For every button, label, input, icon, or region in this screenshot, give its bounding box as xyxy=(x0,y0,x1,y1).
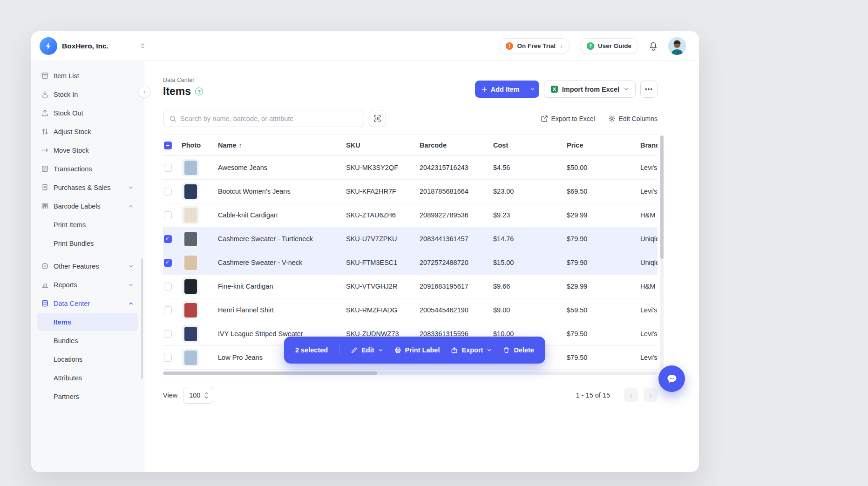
company-switcher-icon[interactable] xyxy=(139,42,146,49)
sidebar-item-label: Reports xyxy=(54,281,77,289)
item-barcode: 2072572488720 xyxy=(408,251,482,274)
delete-button[interactable]: Delete xyxy=(503,346,534,354)
row-checkbox[interactable] xyxy=(164,354,172,362)
sidebar-item-adjust-stock[interactable]: Adjust Stock xyxy=(37,122,138,141)
table-row[interactable]: Awesome Jeans SKU-MK3SY2QF 2042315716243… xyxy=(163,156,658,180)
table-row[interactable]: Henri Flannel Shirt SKU-RMZFIADG 2005445… xyxy=(163,298,658,322)
item-sku: SKU-FTM3ESC1 xyxy=(335,251,408,274)
table-row[interactable]: Cashmere Sweater - V-neck SKU-FTM3ESC1 2… xyxy=(163,251,658,275)
user-avatar[interactable] xyxy=(668,37,686,55)
item-name: Cashmere Sweater - V-neck xyxy=(210,251,335,274)
item-barcode: 2005445462190 xyxy=(408,298,482,322)
search-input[interactable] xyxy=(180,115,358,122)
print-label-button[interactable]: Print Label xyxy=(394,346,440,354)
row-checkbox[interactable] xyxy=(164,188,172,196)
sidebar-item-label: Print Bundles xyxy=(54,240,94,247)
row-checkbox[interactable] xyxy=(164,164,172,172)
sidebar-item-transactions[interactable]: Transactions xyxy=(37,160,138,178)
arrow-up-tray-icon xyxy=(41,109,49,117)
sidebar-item-attributes[interactable]: Attributes xyxy=(37,369,138,387)
sidebar-item-partners[interactable]: Partners xyxy=(37,387,138,405)
notifications-bell-icon[interactable] xyxy=(649,41,658,51)
plus-circle-icon xyxy=(41,262,49,270)
column-header-cost[interactable]: Cost xyxy=(482,135,556,155)
company-name: BoxHero, Inc. xyxy=(62,42,108,50)
sidebar-item-other-features[interactable]: Other Features xyxy=(37,257,138,275)
sidebar-item-bundles[interactable]: Bundles xyxy=(37,331,138,350)
sidebar-item-stock-out[interactable]: Stock Out xyxy=(37,104,138,122)
edit-button[interactable]: Edit xyxy=(351,346,383,354)
sidebar-item-label: Purchases & Sales xyxy=(54,184,111,191)
item-brand: Levi's xyxy=(629,298,658,322)
sidebar-item-reports[interactable]: Reports xyxy=(37,276,138,294)
item-brand: Levi's xyxy=(629,156,658,179)
table-horizontal-scrollbar[interactable] xyxy=(163,371,658,375)
table-row[interactable]: Fine-knit Cardigan SKU-VTVGHJ2R 20916831… xyxy=(163,275,658,298)
add-item-button[interactable]: Add Item xyxy=(475,81,539,98)
add-item-dropdown-button[interactable] xyxy=(526,81,539,98)
column-header-photo[interactable]: Photo xyxy=(182,135,210,155)
table-row[interactable]: Cable-knit Cardigan SKU-ZTAU6ZH6 2089922… xyxy=(163,203,658,227)
import-from-excel-button[interactable]: Import from Excel xyxy=(544,81,636,98)
item-name: Fine-knit Cardigan xyxy=(210,275,335,298)
chat-widget-button[interactable] xyxy=(658,365,685,392)
divider xyxy=(339,345,339,355)
row-checkbox[interactable] xyxy=(164,330,172,338)
sidebar-item-print-items[interactable]: Print Items xyxy=(37,216,138,234)
user-guide-button[interactable]: ? User Guide xyxy=(580,38,638,54)
item-name: Cashmere Sweater - Turtleneck xyxy=(210,227,335,250)
sidebar-item-purchases-sales[interactable]: Purchases & Sales xyxy=(37,178,138,196)
row-checkbox[interactable] xyxy=(164,259,172,267)
column-header-price[interactable]: Price xyxy=(556,135,629,155)
archive-box-icon xyxy=(41,72,49,80)
sidebar-item-move-stock[interactable]: Move Stock xyxy=(37,141,138,159)
sidebar-item-label: Print Items xyxy=(54,221,86,229)
table-vertical-scrollbar[interactable] xyxy=(660,135,664,368)
sidebar-item-items[interactable]: Items xyxy=(37,313,138,331)
row-checkbox[interactable] xyxy=(164,235,172,243)
item-price: $29.99 xyxy=(556,203,629,227)
free-trial-badge[interactable]: ! On Free Trial › xyxy=(499,38,570,54)
edit-columns-label: Edit Columns xyxy=(619,115,658,122)
export-to-excel-button[interactable]: Export to Excel xyxy=(541,115,595,122)
sidebar-item-label: Partners xyxy=(54,393,79,400)
export-icon xyxy=(451,347,458,354)
item-sku: SKU-U7V7ZPKU xyxy=(335,227,408,250)
next-page-button[interactable]: › xyxy=(644,388,658,402)
table-row[interactable]: Cashmere Sweater - Turtleneck SKU-U7V7ZP… xyxy=(163,227,658,251)
sidebar-item-locations[interactable]: Locations xyxy=(37,350,138,368)
table-header-row: Photo Name↑ SKU Barcode Cost Price Brand xyxy=(163,135,658,156)
item-cost: $14.76 xyxy=(482,227,556,250)
select-all-checkbox[interactable] xyxy=(164,142,172,149)
chevron-down-icon xyxy=(529,86,536,92)
row-checkbox[interactable] xyxy=(164,306,172,314)
sidebar-item-stock-in[interactable]: Stock In xyxy=(37,85,138,103)
row-checkbox[interactable] xyxy=(164,283,172,290)
column-header-sku[interactable]: SKU xyxy=(335,135,408,155)
printer-icon xyxy=(394,347,401,354)
chevron-up-icon xyxy=(128,203,134,209)
column-header-barcode[interactable]: Barcode xyxy=(408,135,482,155)
item-brand: H&M xyxy=(629,275,658,298)
excel-icon xyxy=(550,85,558,93)
sidebar-item-data-center[interactable]: Data Center xyxy=(37,294,138,312)
help-icon[interactable]: ? xyxy=(195,88,203,95)
sidebar-item-item-list[interactable]: Item List xyxy=(37,67,138,85)
page-size-select[interactable]: 100 xyxy=(183,387,213,404)
boxhero-logo-icon xyxy=(40,37,57,55)
barcode-icon xyxy=(41,202,49,210)
sidebar-item-barcode-labels[interactable]: Barcode Labels xyxy=(37,197,138,215)
row-checkbox[interactable] xyxy=(164,211,172,219)
export-button[interactable]: Export xyxy=(451,346,492,354)
previous-page-button[interactable]: ‹ xyxy=(624,388,638,402)
column-header-name[interactable]: Name↑ xyxy=(210,135,335,155)
more-options-button[interactable]: ⋯ xyxy=(640,81,658,98)
column-header-brand[interactable]: Brand xyxy=(629,135,658,155)
edit-columns-button[interactable]: Edit Columns xyxy=(608,115,658,122)
table-row[interactable]: Bootcut Women's Jeans SKU-KFA2HR7F 20187… xyxy=(163,180,658,203)
barcode-scan-button[interactable] xyxy=(369,110,386,127)
sidebar-collapse-button[interactable]: ‹ xyxy=(138,86,150,98)
item-photo xyxy=(182,301,199,319)
sidebar-scrollbar[interactable] xyxy=(141,258,143,379)
sidebar-item-print-bundles[interactable]: Print Bundles xyxy=(37,234,138,252)
